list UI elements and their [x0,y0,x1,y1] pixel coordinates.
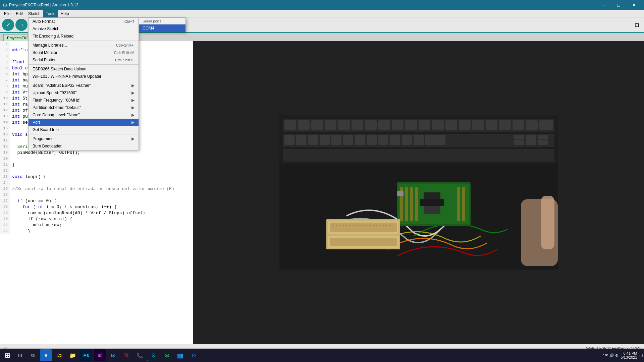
svg-rect-33 [378,135,388,145]
svg-rect-16 [432,120,444,130]
menu-port[interactable]: Port ▶ [29,119,139,126]
menu-board[interactable]: Board: "Adafruit ESP32 Feather" ▶ [29,82,139,89]
menu-serial-plotter[interactable]: Serial Plotter Ctrl+Shift+L [29,56,139,64]
svg-rect-26 [296,135,306,145]
svg-rect-18 [459,120,471,130]
code-line-23: 23 void loop() { [0,174,193,180]
svg-point-77 [386,225,387,226]
minimize-button[interactable]: ─ [596,0,611,10]
svg-rect-19 [472,120,484,130]
menu-separator-2 [29,64,139,65]
taskbar-mail[interactable]: ✉ [107,349,119,361]
code-line-25: 25 //Se analiza la señal de entrada en b… [0,186,193,192]
taskbar-id[interactable]: Id [94,349,106,361]
taskbar-teams[interactable]: 👥 [174,349,186,361]
taskbar-whatsapp[interactable]: ✉ [161,349,173,361]
menu-programmer[interactable]: Programmer ▶ [29,135,139,142]
svg-point-74 [376,225,377,226]
svg-point-71 [366,225,367,226]
notification-button[interactable]: □ [640,353,643,358]
svg-rect-20 [486,120,497,130]
menu-fix-encoding[interactable]: Fix Encoding & Reload [29,33,139,40]
svg-point-73 [373,225,374,226]
menu-sketch[interactable]: Sketch [25,10,43,17]
menu-tools[interactable]: Tools [43,10,58,17]
svg-rect-13 [392,120,404,130]
svg-point-64 [342,225,344,226]
menu-partition-scheme[interactable]: Partition Scheme: "Default" ▶ [29,104,139,111]
taskbar-chrome[interactable]: ⊙ [187,349,200,361]
svg-point-72 [369,225,371,226]
menu-flash-frequency[interactable]: Flash Frequency: "80MHz" ▶ [29,97,139,104]
menu-core-debug[interactable]: Core Debug Level: "None" ▶ [29,111,139,119]
port-com4[interactable]: COM4 [139,24,185,32]
svg-point-66 [349,225,351,226]
svg-rect-24 [539,120,553,130]
svg-rect-38 [514,135,524,139]
menu-edit[interactable]: Edit [13,10,25,17]
svg-rect-5 [284,120,296,130]
svg-rect-6 [298,120,310,130]
code-line-27: 27 if (one == 0) { [0,198,193,204]
taskbar-photos[interactable]: 📁 [67,349,79,361]
svg-rect-54 [424,206,440,214]
port-submenu: Serial ports COM4 [139,17,186,32]
verify-button[interactable]: ✓ [2,19,14,31]
serial-monitor-button[interactable]: ⊡ [631,19,642,30]
code-line-20: 20 [0,156,193,162]
taskbar-time[interactable]: 6:41 PM 5/13/2021 [621,351,637,359]
svg-rect-36 [414,135,424,145]
svg-point-78 [389,225,391,226]
svg-rect-40 [538,135,548,139]
image-panel [193,41,644,344]
menu-separator-4 [29,134,139,134]
taskbar-ps[interactable]: Ps [80,349,92,361]
svg-rect-39 [526,135,536,145]
menu-manage-libraries[interactable]: Manage Libraries... Ctrl+Shift+I [29,42,139,49]
svg-rect-10 [352,120,363,130]
app-icon: ⊙ [3,2,7,8]
menu-wifi-updater[interactable]: WiFi101 / WiFiNINA Firmware Updater [29,73,139,80]
menu-esp8266[interactable]: ESP8266 Sketch Data Upload [29,65,139,73]
code-line-24: 24 [0,180,193,186]
menu-file[interactable]: File [1,10,13,17]
svg-rect-80 [541,196,554,249]
taskbar-netflix[interactable]: N [120,349,132,361]
menu-burn-bootloader[interactable]: Burn Bootloader [29,142,139,150]
menu-help[interactable]: Help [58,10,72,17]
close-button[interactable]: ✕ [626,0,641,10]
svg-rect-55 [397,191,404,196]
svg-rect-51 [462,187,465,221]
svg-point-62 [336,225,337,226]
svg-rect-31 [355,135,365,145]
svg-rect-42 [538,140,548,145]
port-submenu-header: Serial ports [139,18,185,24]
svg-rect-9 [338,120,350,130]
menu-auto-format[interactable]: Auto Format Ctrl+T [29,18,139,25]
menu-archive-sketch[interactable]: Archive Sketch [29,25,139,33]
svg-point-61 [332,225,334,226]
title-bar-left: ⊙ ProyectoEKGTestReal | Arduino 1.8.13 [3,2,78,8]
search-button[interactable]: ⊡ [14,349,26,361]
taskbar-explorer[interactable]: 🗂 [53,349,65,361]
taskbar-linphone[interactable]: 📞 [134,349,146,361]
svg-rect-59 [330,223,397,232]
upload-button[interactable]: → [15,19,28,31]
taskbar-icons: ^ ✉ 🔊 ⊙ [602,353,618,358]
menu-serial-monitor[interactable]: Serial Monitor Ctrl+Shift+M [29,49,139,56]
taskbar-arduino[interactable]: ⊙ [147,349,159,361]
svg-rect-14 [405,120,417,130]
taskbar-edge[interactable]: e [40,349,52,361]
code-line-28: 28 for (int i = 0; i < muestras; i++) { [0,204,193,210]
menu-upload-speed[interactable]: Upload Speed: "921600" ▶ [29,89,139,97]
taskbar: ⊞ ⊡ ⧉ e 🗂 📁 Ps Id ✉ N 📞 ⊙ ✉ 👥 ⊙ ^ ✉ 🔊 ⊙ … [0,349,644,362]
svg-rect-35 [402,135,412,145]
svg-rect-29 [331,135,341,145]
start-button[interactable]: ⊞ [1,349,13,361]
task-view-button[interactable]: ⧉ [27,349,39,361]
menu-bar: File Edit Sketch Tools Help [0,10,644,17]
svg-rect-47 [405,187,408,221]
maximize-button[interactable]: □ [611,0,626,10]
svg-rect-21 [499,120,511,130]
menu-get-board-info[interactable]: Get Board Info [29,126,139,133]
